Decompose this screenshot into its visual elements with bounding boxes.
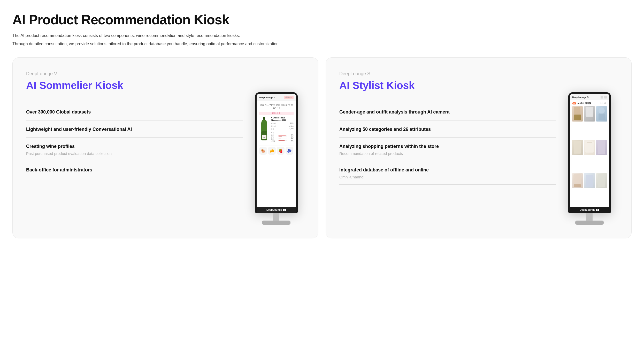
wine-footer-brand-text: DeepLounge: [266, 208, 282, 211]
sommelier-feature-3-sub: Past purchased product evaluation data c…: [26, 151, 243, 156]
wine-footer-badge: V: [283, 209, 286, 211]
stylist-feature-1-main: Gender-age and outfit analysis through A…: [339, 109, 556, 115]
wine-screen-body: 오늘 식사에 딱 맞는 와인을 추천합니다 100% 맞춤: [257, 101, 296, 207]
svg-rect-9: [574, 141, 581, 154]
kiosk-stand-base-sommelier: [262, 221, 290, 225]
kiosk-stand-base-stylist: [575, 221, 604, 225]
stylist-feature-2-main: Analyzing 50 categories and 26 attribute…: [339, 126, 556, 133]
style-rec-subtitle: 추천 상품: [600, 102, 607, 104]
style-product-7: [572, 173, 583, 188]
stylist-feature-3-sub: Recommendation of related products: [339, 151, 556, 156]
wine-bar-tannin: 탄닌 40%: [271, 136, 294, 138]
style-product-9: [596, 173, 607, 188]
wine-screen-brand-text: DeepLounge V: [259, 96, 275, 99]
wine-bar-section: 특성 산도 85% 탄닌: [271, 132, 294, 142]
svg-rect-3: [574, 107, 580, 115]
cards-row: DeepLounge V AI Sommelier Kiosk Over 300…: [12, 57, 632, 238]
stylist-feature-4-main: Integrated database of offline and onlin…: [339, 167, 556, 173]
wine-food-row: 🍖 🧀 🍓 🫐: [259, 146, 294, 156]
sommelier-feature-4: Back-office for administrators: [26, 161, 243, 178]
stylist-feature-2: Analyzing 50 categories and 26 attribute…: [339, 120, 556, 137]
style-product-6: [596, 140, 607, 155]
style-products-grid: [570, 105, 609, 207]
sommelier-feature-3: Creating wine profiles Past purchased pr…: [26, 137, 243, 161]
sommelier-screen-outer: DeepLounge V 추천받기 오늘 식사에 딱 맞는 와인을 추천합니다 …: [255, 92, 298, 213]
style-footer-brand-text: DeepLounge: [580, 208, 595, 211]
stylist-feature-4: Integrated database of offline and onlin…: [339, 161, 556, 185]
stylist-screen-outer: DeepLounge S AI AI 추천 아이템 추천 상품: [568, 92, 611, 213]
sommelier-feature-3-main: Creating wine profiles: [26, 143, 243, 150]
stylist-feature-3-main: Analyzing shopping patterns within the s…: [339, 143, 556, 150]
wine-product-name: A Grower's Touc Chardonnay 2021: [271, 117, 294, 121]
wine-product-area: WINE A Grower's Touc Chardonnay 2021 빈티지…: [259, 117, 294, 144]
stylist-brand-label: DeepLounge S: [339, 71, 556, 77]
page-description-1: The AI product recommendation kiosk cons…: [12, 32, 632, 39]
sommelier-brand-label: DeepLounge V: [26, 71, 243, 77]
svg-rect-16: [586, 175, 593, 187]
sommelier-feature-list: Over 300,000 Global datasets Lightweight…: [26, 103, 243, 178]
food-chip-3: 🍓: [277, 147, 285, 155]
svg-rect-13: [598, 140, 605, 154]
page-title: AI Product Recommendation Kiosk: [12, 12, 632, 27]
style-product-4: [572, 140, 583, 155]
style-product-8: [584, 173, 595, 188]
style-rec-title: AI 추천 아이템: [578, 102, 591, 105]
style-product-2: [584, 106, 595, 121]
wine-screen-footer: DeepLounge V: [257, 207, 296, 213]
wine-bottle-illustration: WINE: [259, 117, 269, 144]
stylist-feature-4-sub: Omni-Channel: [339, 174, 556, 180]
svg-rect-0: [263, 117, 265, 120]
page-description-2: Through detailed consultation, we provid…: [12, 41, 632, 47]
stylist-feature-3: Analyzing shopping patterns within the s…: [339, 137, 556, 161]
wine-detail-country: 원산지프랑스: [271, 125, 294, 127]
svg-rect-8: [599, 114, 605, 120]
sommelier-kiosk-title: AI Sommelier Kiosk: [26, 79, 243, 92]
wine-bar-label: 특성: [271, 132, 294, 134]
style-footer-badge: S: [596, 209, 599, 211]
sommelier-feature-4-main: Back-office for administrators: [26, 167, 243, 173]
wine-bar-acidity: 산도 85%: [271, 134, 294, 136]
style-screen-brand-text: DeepLounge S: [572, 96, 589, 99]
wine-bar-sweetness: 당도 30%: [271, 138, 294, 140]
style-icon-1: [601, 96, 603, 99]
style-screen-header: DeepLounge S: [570, 94, 609, 100]
wine-pink-highlight: 100% 맞춤: [259, 112, 294, 115]
style-screen-icons: [601, 96, 607, 99]
kiosk-stand-neck-stylist: [586, 213, 593, 221]
stylist-device-wrap: DeepLounge S AI AI 추천 아이템 추천 상품: [561, 71, 618, 225]
stylist-card: DeepLounge S AI Stylist Kiosk Gender-age…: [326, 57, 632, 238]
sommelier-kiosk-device: DeepLounge V 추천받기 오늘 식사에 딱 맞는 와인을 추천합니다 …: [252, 92, 301, 225]
food-chip-4: 🫐: [286, 147, 293, 155]
sommelier-card: DeepLounge V AI Sommelier Kiosk Over 300…: [12, 57, 318, 238]
wine-rec-title: 오늘 식사에 딱 맞는 와인을 추천합니다: [259, 103, 294, 110]
svg-rect-17: [598, 174, 605, 187]
sommelier-feature-1-main: Over 300,000 Global datasets: [26, 109, 243, 115]
sommelier-feature-2: Lightweight and user-friendly Conversati…: [26, 120, 243, 137]
sommelier-feature-1: Over 300,000 Global datasets: [26, 103, 243, 120]
wine-screen-header: DeepLounge V 추천받기: [257, 94, 296, 101]
stylist-kiosk-title: AI Stylist Kiosk: [339, 79, 556, 92]
food-chip-1: 🍖: [259, 147, 267, 155]
sommelier-device-wrap: DeepLounge V 추천받기 오늘 식사에 딱 맞는 와인을 추천합니다 …: [248, 71, 305, 225]
sommelier-card-content: DeepLounge V AI Sommelier Kiosk Over 300…: [26, 71, 248, 225]
wine-detail-vintage: 빈티지2021: [271, 122, 294, 125]
stylist-feature-list: Gender-age and outfit analysis through A…: [339, 103, 556, 185]
style-screen: DeepLounge S AI AI 추천 아이템 추천 상품: [570, 94, 609, 213]
wine-screen: DeepLounge V 추천받기 오늘 식사에 딱 맞는 와인을 추천합니다 …: [257, 94, 296, 213]
svg-rect-15: [574, 184, 581, 187]
svg-rect-5: [586, 107, 593, 117]
style-product-1: [572, 106, 583, 121]
wine-screen-badge: 추천받기: [284, 96, 294, 99]
stylist-feature-1: Gender-age and outfit analysis through A…: [339, 103, 556, 120]
svg-rect-12: [587, 142, 592, 143]
svg-text:WINE: WINE: [263, 137, 265, 138]
style-product-3: [596, 106, 607, 121]
style-ai-row: AI AI 추천 아이템 추천 상품: [570, 100, 609, 105]
svg-rect-14: [573, 174, 581, 184]
svg-rect-4: [574, 115, 581, 120]
style-ai-label: AI: [572, 102, 576, 104]
stylist-screen-inner: DeepLounge S AI AI 추천 아이템 추천 상품: [570, 94, 609, 213]
svg-rect-6: [586, 117, 593, 120]
style-product-5: [584, 140, 595, 155]
wine-info: A Grower's Touc Chardonnay 2021 빈티지2021 …: [271, 117, 294, 142]
